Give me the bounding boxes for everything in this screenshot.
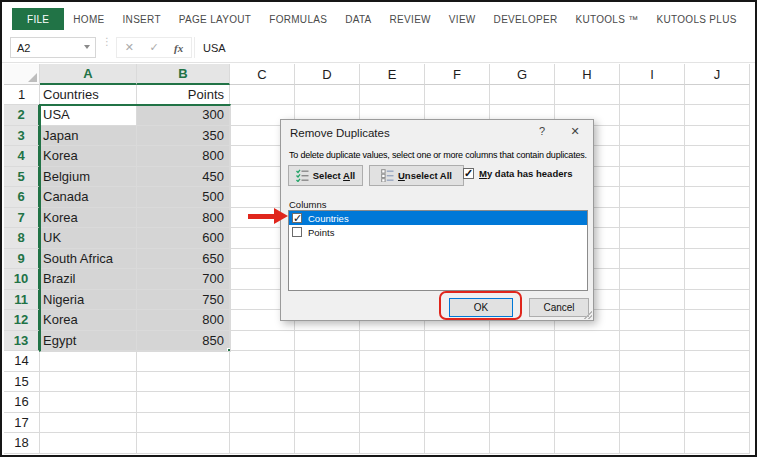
cell-J16[interactable]: [685, 392, 750, 413]
column-header-B[interactable]: B: [137, 64, 230, 85]
column-item-countries[interactable]: Countries: [289, 211, 587, 225]
column-header-H[interactable]: H: [555, 64, 620, 85]
cell-A3[interactable]: Japan: [40, 126, 137, 147]
cell-F13[interactable]: [425, 331, 490, 352]
cell-C14[interactable]: [230, 351, 295, 372]
unselect-all-button[interactable]: Unselect All: [369, 165, 464, 186]
cell-J14[interactable]: [685, 351, 750, 372]
cell-E1[interactable]: [360, 85, 425, 106]
cell-I3[interactable]: [620, 126, 685, 147]
cell-B6[interactable]: 500: [137, 187, 230, 208]
cell-I9[interactable]: [620, 249, 685, 270]
cell-I8[interactable]: [620, 228, 685, 249]
column-header-C[interactable]: C: [230, 64, 295, 85]
cell-A9[interactable]: South Africa: [40, 249, 137, 270]
cell-I13[interactable]: [620, 331, 685, 352]
cell-B14[interactable]: [137, 351, 230, 372]
cell-B8[interactable]: 600: [137, 228, 230, 249]
name-box[interactable]: A2: [10, 37, 96, 58]
cell-A17[interactable]: [40, 413, 137, 434]
row-header-13[interactable]: 13: [4, 331, 40, 352]
column-header-D[interactable]: D: [295, 64, 360, 85]
select-all-button[interactable]: Select All: [288, 165, 363, 186]
my-data-has-headers-checkbox[interactable]: My data has headers: [463, 168, 572, 179]
cell-B16[interactable]: [137, 392, 230, 413]
row-header-18[interactable]: 18: [4, 433, 40, 454]
cell-D17[interactable]: [295, 413, 360, 434]
cell-G15[interactable]: [490, 372, 555, 393]
ribbon-tab-data[interactable]: DATA: [336, 8, 380, 30]
row-header-14[interactable]: 14: [4, 351, 40, 372]
cell-I14[interactable]: [620, 351, 685, 372]
cell-A1[interactable]: Countries: [40, 85, 137, 106]
ribbon-tab-kutools-plus[interactable]: KUTOOLS PLUS: [648, 8, 746, 30]
cell-I12[interactable]: [620, 310, 685, 331]
confirm-entry-icon[interactable]: ✓: [149, 41, 158, 54]
cell-J17[interactable]: [685, 413, 750, 434]
column-item-points[interactable]: Points: [289, 225, 587, 239]
row-header-17[interactable]: 17: [4, 413, 40, 434]
cell-E14[interactable]: [360, 351, 425, 372]
cell-F17[interactable]: [425, 413, 490, 434]
cell-F16[interactable]: [425, 392, 490, 413]
cell-A10[interactable]: Brazil: [40, 269, 137, 290]
cell-B13[interactable]: 850: [137, 331, 230, 352]
cell-A4[interactable]: Korea: [40, 146, 137, 167]
cell-A6[interactable]: Canada: [40, 187, 137, 208]
row-header-12[interactable]: 12: [4, 310, 40, 331]
cell-C16[interactable]: [230, 392, 295, 413]
column-header-E[interactable]: E: [360, 64, 425, 85]
column-header-I[interactable]: I: [620, 64, 685, 85]
ribbon-tab-page-layout[interactable]: PAGE LAYOUT: [170, 8, 260, 30]
ribbon-tab-home[interactable]: HOME: [64, 8, 113, 30]
cell-I17[interactable]: [620, 413, 685, 434]
cell-A18[interactable]: [40, 433, 137, 454]
cell-I18[interactable]: [620, 433, 685, 454]
row-header-16[interactable]: 16: [4, 392, 40, 413]
cell-H13[interactable]: [555, 331, 620, 352]
cell-H18[interactable]: [555, 433, 620, 454]
ribbon-tab-insert[interactable]: INSERT: [114, 8, 170, 30]
row-header-15[interactable]: 15: [4, 372, 40, 393]
cell-I15[interactable]: [620, 372, 685, 393]
cell-J5[interactable]: [685, 167, 750, 188]
cell-D15[interactable]: [295, 372, 360, 393]
cell-A5[interactable]: Belgium: [40, 167, 137, 188]
cell-I7[interactable]: [620, 208, 685, 229]
row-header-5[interactable]: 5: [4, 167, 40, 188]
row-header-7[interactable]: 7: [4, 208, 40, 229]
cell-A16[interactable]: [40, 392, 137, 413]
cell-E17[interactable]: [360, 413, 425, 434]
row-header-2[interactable]: 2: [4, 105, 40, 126]
cell-C1[interactable]: [230, 85, 295, 106]
cell-C15[interactable]: [230, 372, 295, 393]
cell-B11[interactable]: 750: [137, 290, 230, 311]
checkbox-unchecked-icon[interactable]: [292, 227, 302, 237]
ribbon-tab-developer[interactable]: DEVELOPER: [485, 8, 567, 30]
row-header-11[interactable]: 11: [4, 290, 40, 311]
cell-E15[interactable]: [360, 372, 425, 393]
cell-A11[interactable]: Nigeria: [40, 290, 137, 311]
cell-F14[interactable]: [425, 351, 490, 372]
column-header-A[interactable]: A: [40, 64, 137, 85]
cell-A14[interactable]: [40, 351, 137, 372]
row-header-3[interactable]: 3: [4, 126, 40, 147]
cell-E13[interactable]: [360, 331, 425, 352]
cell-B15[interactable]: [137, 372, 230, 393]
cell-I1[interactable]: [620, 85, 685, 106]
cell-F1[interactable]: [425, 85, 490, 106]
cell-J12[interactable]: [685, 310, 750, 331]
cell-I5[interactable]: [620, 167, 685, 188]
cell-J10[interactable]: [685, 269, 750, 290]
dialog-resize-grip[interactable]: [584, 311, 592, 319]
row-header-1[interactable]: 1: [4, 85, 40, 106]
cell-E16[interactable]: [360, 392, 425, 413]
cell-B5[interactable]: 450: [137, 167, 230, 188]
close-icon[interactable]: ✕: [565, 125, 585, 141]
row-header-10[interactable]: 10: [4, 269, 40, 290]
column-header-J[interactable]: J: [685, 64, 750, 85]
cell-B4[interactable]: 800: [137, 146, 230, 167]
cell-G17[interactable]: [490, 413, 555, 434]
row-header-4[interactable]: 4: [4, 146, 40, 167]
cell-I10[interactable]: [620, 269, 685, 290]
